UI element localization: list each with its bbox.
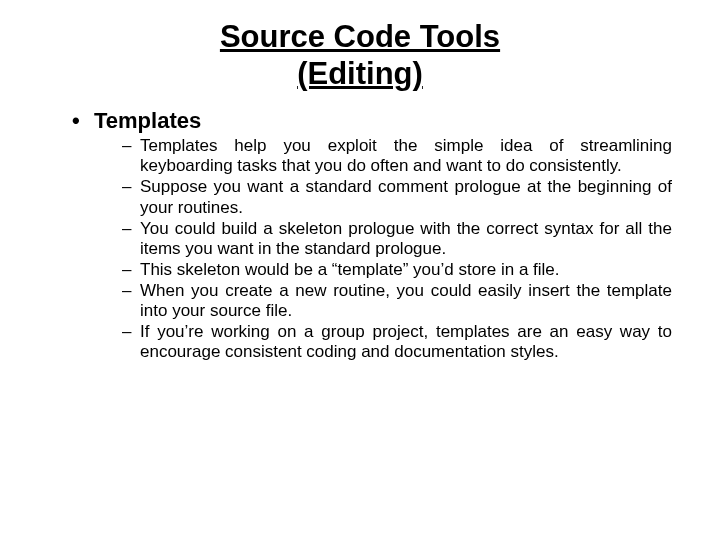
slide-title: Source Code Tools (Editing): [48, 18, 672, 92]
list-item: Suppose you want a standard comment prol…: [122, 177, 672, 217]
title-line-2: (Editing): [297, 56, 423, 91]
section-heading: Templates Templates help you exploit the…: [72, 108, 672, 362]
list-item: When you create a new routine, you could…: [122, 281, 672, 321]
title-line-1: Source Code Tools: [220, 19, 500, 54]
list-item: If you’re working on a group project, te…: [122, 322, 672, 362]
list-item: Templates help you exploit the simple id…: [122, 136, 672, 176]
list-item: This skeleton would be a “template” you’…: [122, 260, 672, 280]
slide: Source Code Tools (Editing) Templates Te…: [0, 0, 720, 540]
inner-list: Templates help you exploit the simple id…: [94, 136, 672, 362]
outer-list: Templates Templates help you exploit the…: [48, 108, 672, 362]
section-heading-text: Templates: [94, 108, 201, 133]
list-item: You could build a skeleton prologue with…: [122, 219, 672, 259]
